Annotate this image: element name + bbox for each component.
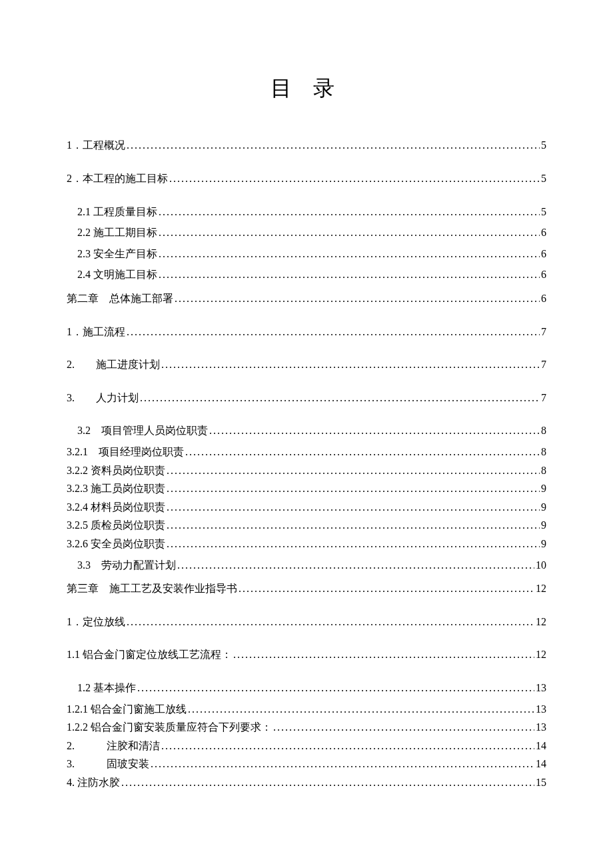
- toc-entry-page: 6: [541, 245, 546, 263]
- toc-leader-dots: [177, 557, 534, 574]
- toc-entry-label: 3.2.2 资料员岗位职责: [67, 462, 165, 479]
- toc-leader-dots: [167, 499, 540, 516]
- toc-leader-dots: [185, 443, 540, 461]
- toc-entry: 3.3 劳动力配置计划10: [77, 557, 546, 574]
- toc-entry: 3. 人力计划7: [67, 389, 546, 407]
- toc-entry-label: 2. 施工进度计划: [67, 356, 160, 373]
- toc-entry-page: 8: [541, 462, 546, 479]
- toc-entry-label: 3.2.4 材料员岗位职责: [67, 499, 165, 516]
- toc-entry-label: 2．本工程的施工目标: [67, 170, 168, 187]
- toc-leader-dots: [159, 203, 540, 221]
- toc-entry: 3.2 项目管理人员岗位职责8: [77, 422, 546, 439]
- toc-entry-page: 9: [541, 535, 546, 553]
- toc-entry-page: 6: [541, 224, 546, 241]
- toc-entry-page: 10: [536, 557, 546, 574]
- toc-leader-dots: [273, 719, 534, 736]
- toc-leader-dots: [161, 737, 534, 755]
- toc-entry-label: 第三章 施工工艺及安装作业指导书: [67, 580, 237, 597]
- toc-entry-label: 3. 固玻安装: [67, 755, 149, 773]
- toc-entry-page: 14: [536, 755, 546, 773]
- document-page: 目 录 1．工程概况52．本工程的施工目标52.1 工程质量目标 52.2 施工…: [0, 0, 613, 832]
- toc-entry: 2.4 文明施工目标 6: [77, 266, 546, 283]
- toc-entry: 第三章 施工工艺及安装作业指导书12: [67, 580, 546, 597]
- toc-entry-page: 5: [541, 137, 546, 154]
- toc-leader-dots: [159, 224, 540, 241]
- toc-entry: 1.2.1 铝合金门窗施工放线13: [67, 701, 546, 718]
- toc-entry-page: 6: [541, 290, 546, 307]
- toc-container: 1．工程概况52．本工程的施工目标52.1 工程质量目标 52.2 施工工期目标…: [67, 137, 546, 791]
- toc-entry-label: 3.2.6 安全员岗位职责: [67, 535, 165, 553]
- toc-entry-page: 5: [541, 170, 546, 187]
- toc-leader-dots: [167, 480, 540, 497]
- toc-entry-label: 1.2.2 铝合金门窗安装质量应符合下列要求：: [67, 719, 272, 736]
- toc-entry-label: 4. 注防水胶: [67, 774, 120, 791]
- toc-leader-dots: [121, 774, 534, 791]
- toc-entry-label: 3.2.5 质检员岗位职责: [67, 517, 165, 534]
- toc-entry-label: 1.2 基本操作: [77, 679, 136, 697]
- toc-entry-page: 15: [536, 774, 546, 791]
- toc-entry: 2.3 安全生产目标 6: [77, 245, 546, 263]
- toc-entry-page: 8: [541, 443, 546, 461]
- toc-entry: 1．工程概况5: [67, 137, 546, 154]
- toc-entry: 3. 固玻安装 14: [67, 755, 546, 773]
- toc-leader-dots: [167, 462, 540, 479]
- toc-leader-dots: [127, 323, 540, 341]
- toc-entry-page: 9: [541, 517, 546, 534]
- toc-entry-page: 7: [541, 323, 546, 341]
- toc-entry: 2．本工程的施工目标5: [67, 170, 546, 187]
- toc-entry-page: 9: [541, 499, 546, 516]
- toc-entry-label: 1.1 铝合金门窗定位放线工艺流程：: [67, 646, 232, 663]
- toc-entry-page: 13: [536, 719, 546, 736]
- toc-entry-page: 12: [536, 613, 546, 631]
- toc-entry: 1．施工流程7: [67, 323, 546, 341]
- toc-entry-label: 1.2.1 铝合金门窗施工放线: [67, 701, 187, 718]
- toc-entry-label: 2.2 施工工期目标: [77, 224, 157, 241]
- toc-entry-page: 5: [541, 203, 546, 221]
- toc-entry-label: 1．工程概况: [67, 137, 125, 154]
- toc-entry-page: 13: [536, 701, 546, 718]
- toc-entry: 1．定位放线12: [67, 613, 546, 631]
- toc-entry-label: 2.1 工程质量目标: [77, 203, 157, 221]
- toc-entry: 2.1 工程质量目标 5: [77, 203, 546, 221]
- toc-entry-page: 8: [541, 422, 546, 439]
- toc-leader-dots: [140, 389, 540, 407]
- toc-leader-dots: [188, 701, 534, 718]
- toc-entry-label: 1．施工流程: [67, 323, 125, 341]
- toc-entry: 3.2.1 项目经理岗位职责 8: [67, 443, 546, 461]
- toc-entry-page: 9: [541, 480, 546, 497]
- toc-leader-dots: [167, 535, 540, 553]
- toc-entry-page: 7: [541, 389, 546, 407]
- toc-leader-dots: [159, 266, 540, 283]
- toc-entry: 2. 施工进度计划7: [67, 356, 546, 373]
- toc-leader-dots: [167, 517, 540, 534]
- toc-entry-label: 3.2 项目管理人员岗位职责: [77, 422, 208, 439]
- toc-leader-dots: [239, 580, 534, 597]
- toc-entry-page: 7: [541, 356, 546, 373]
- toc-entry-page: 6: [541, 266, 546, 283]
- toc-entry-label: 3.2.1 项目经理岗位职责: [67, 443, 184, 461]
- toc-leader-dots: [169, 170, 540, 187]
- toc-leader-dots: [233, 646, 534, 663]
- toc-entry-page: 14: [536, 737, 546, 755]
- toc-entry-label: 2.3 安全生产目标: [77, 245, 157, 263]
- toc-entry-label: 3. 人力计划: [67, 389, 139, 407]
- toc-entry: 4. 注防水胶 15: [67, 774, 546, 791]
- toc-entry: 1.2.2 铝合金门窗安装质量应符合下列要求：13: [67, 719, 546, 736]
- toc-entry: 1.1 铝合金门窗定位放线工艺流程：12: [67, 646, 546, 663]
- toc-entry: 3.2.2 资料员岗位职责 8: [67, 462, 546, 479]
- toc-leader-dots: [151, 755, 534, 773]
- toc-entry-page: 12: [536, 646, 546, 663]
- toc-entry-page: 12: [536, 580, 546, 597]
- toc-leader-dots: [127, 137, 540, 154]
- toc-entry-label: 2. 注胶和清洁: [67, 737, 160, 755]
- toc-entry-label: 2.4 文明施工目标: [77, 266, 157, 283]
- toc-entry-label: 1．定位放线: [67, 613, 125, 631]
- toc-leader-dots: [127, 613, 534, 631]
- toc-entry: 2. 注胶和清洁 14: [67, 737, 546, 755]
- toc-entry-label: 第二章 总体施工部署: [67, 290, 173, 307]
- toc-entry: 3.2.3 施工员岗位职责 9: [67, 480, 546, 497]
- toc-entry: 3.2.4 材料员岗位职责 9: [67, 499, 546, 516]
- toc-leader-dots: [175, 290, 540, 307]
- toc-leader-dots: [161, 356, 540, 373]
- toc-entry: 3.2.6 安全员岗位职责 9: [67, 535, 546, 553]
